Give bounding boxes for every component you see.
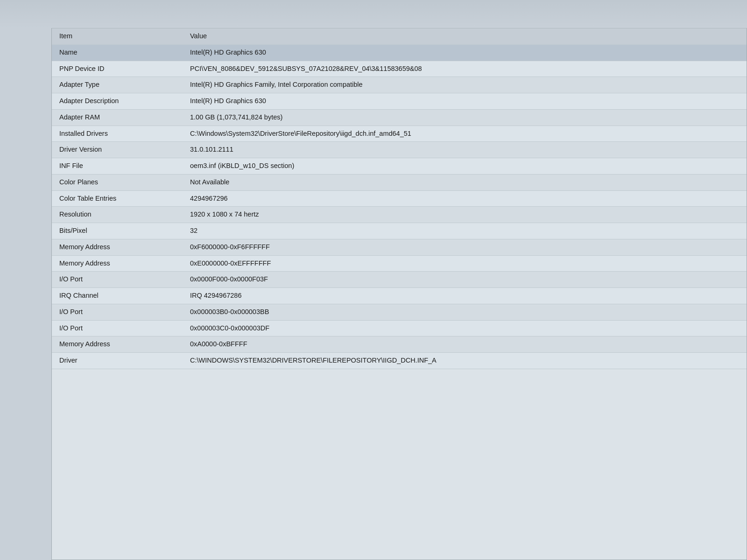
row-item: Color Planes <box>52 174 183 190</box>
row-value: Intel(R) HD Graphics 630 <box>183 93 747 110</box>
row-item: Resolution <box>52 207 183 223</box>
outer-container: Item Value NameIntel(R) HD Graphics 630P… <box>0 0 747 560</box>
row-item: Installed Drivers <box>52 126 183 142</box>
header-value: Value <box>183 28 747 44</box>
row-value: 0x000003B0-0x000003BB <box>183 304 747 320</box>
row-item: Color Table Entries <box>52 190 183 207</box>
row-value: 0xF6000000-0xF6FFFFFF <box>183 239 747 255</box>
table-row: Memory Address0xE0000000-0xEFFFFFFF <box>52 255 747 272</box>
table-row: PNP Device IDPCI\VEN_8086&DEV_5912&SUBSY… <box>52 61 747 77</box>
row-item: INF File <box>52 158 183 175</box>
row-item: Memory Address <box>52 336 183 353</box>
row-item: Adapter RAM <box>52 109 183 126</box>
row-item: Memory Address <box>52 239 183 255</box>
row-value: Intel(R) HD Graphics 630 <box>183 44 747 61</box>
row-item: Adapter Type <box>52 77 183 93</box>
row-value: 32 <box>183 223 747 239</box>
table-row: Installed DriversC:\Windows\System32\Dri… <box>52 126 747 142</box>
row-item: I/O Port <box>52 304 183 320</box>
row-item: Bits/Pixel <box>52 223 183 239</box>
row-value: 0xE0000000-0xEFFFFFFF <box>183 255 747 272</box>
row-item: IRQ Channel <box>52 288 183 304</box>
row-item: Driver <box>52 353 183 369</box>
row-value: 0x000003C0-0x000003DF <box>183 320 747 336</box>
row-value: oem3.inf (iKBLD_w10_DS section) <box>183 158 747 175</box>
row-value: Not Available <box>183 174 747 190</box>
row-value: C:\Windows\System32\DriverStore\FileRepo… <box>183 126 747 142</box>
table-row: Adapter TypeIntel(R) HD Graphics Family,… <box>52 77 747 93</box>
row-item: Memory Address <box>52 255 183 272</box>
row-item: Adapter Description <box>52 93 183 110</box>
table-row: Color Table Entries4294967296 <box>52 190 747 207</box>
row-value: IRQ 4294967286 <box>183 288 747 304</box>
table-header-row: Item Value <box>52 28 747 44</box>
table-row: Resolution1920 x 1080 x 74 hertz <box>52 207 747 223</box>
table-row: Adapter RAM1.00 GB (1,073,741,824 bytes) <box>52 109 747 126</box>
row-value: 1.00 GB (1,073,741,824 bytes) <box>183 109 747 126</box>
row-value: Intel(R) HD Graphics Family, Intel Corpo… <box>183 77 747 93</box>
main-content: Item Value NameIntel(R) HD Graphics 630P… <box>51 28 747 560</box>
table-row: NameIntel(R) HD Graphics 630 <box>52 44 747 61</box>
row-value: 31.0.101.2111 <box>183 142 747 158</box>
row-value: 4294967296 <box>183 190 747 207</box>
table-row: Adapter DescriptionIntel(R) HD Graphics … <box>52 93 747 110</box>
left-panel <box>0 28 51 560</box>
row-item: PNP Device ID <box>52 61 183 77</box>
table-row: Color PlanesNot Available <box>52 174 747 190</box>
table-row: Driver Version31.0.101.2111 <box>52 142 747 158</box>
row-value: C:\WINDOWS\SYSTEM32\DRIVERSTORE\FILEREPO… <box>183 353 747 369</box>
table-row: Bits/Pixel32 <box>52 223 747 239</box>
row-value: 0xA0000-0xBFFFF <box>183 336 747 353</box>
row-value: 0x0000F000-0x0000F03F <box>183 272 747 288</box>
properties-table: Item Value NameIntel(R) HD Graphics 630P… <box>52 28 747 369</box>
row-value: PCI\VEN_8086&DEV_5912&SUBSYS_07A21028&RE… <box>183 61 747 77</box>
row-item: Name <box>52 44 183 61</box>
table-row: INF Fileoem3.inf (iKBLD_w10_DS section) <box>52 158 747 175</box>
table-row: I/O Port0x000003C0-0x000003DF <box>52 320 747 336</box>
row-item: Driver Version <box>52 142 183 158</box>
table-row: IRQ ChannelIRQ 4294967286 <box>52 288 747 304</box>
header-item: Item <box>52 28 183 44</box>
table-row: I/O Port0x0000F000-0x0000F03F <box>52 272 747 288</box>
table-row: Memory Address0xA0000-0xBFFFF <box>52 336 747 353</box>
table-row: Memory Address0xF6000000-0xF6FFFFFF <box>52 239 747 255</box>
row-item: I/O Port <box>52 320 183 336</box>
row-value: 1920 x 1080 x 74 hertz <box>183 207 747 223</box>
table-row: DriverC:\WINDOWS\SYSTEM32\DRIVERSTORE\FI… <box>52 353 747 369</box>
row-item: I/O Port <box>52 272 183 288</box>
table-row: I/O Port0x000003B0-0x000003BB <box>52 304 747 320</box>
